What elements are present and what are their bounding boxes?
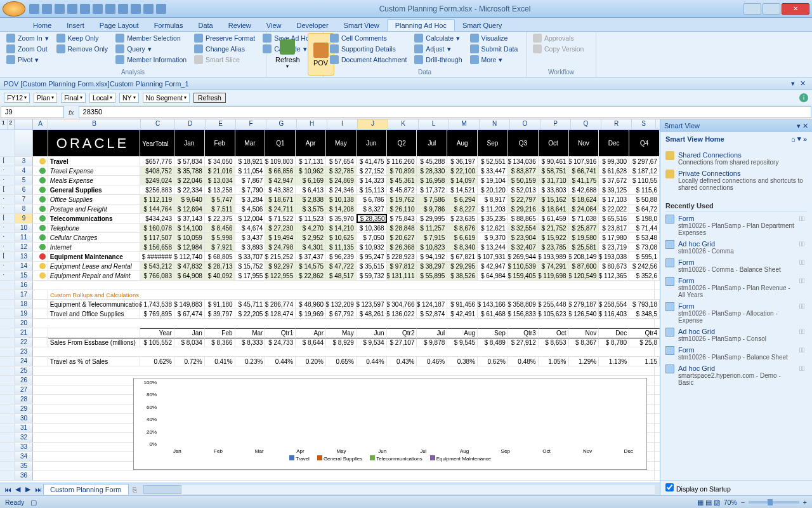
member-info-button[interactable]: Member Information: [113, 55, 189, 65]
data-cell[interactable]: $ 64,908: [174, 271, 205, 280]
data-cell[interactable]: $ 9,640: [174, 195, 205, 204]
close-button[interactable]: ✕: [782, 3, 809, 15]
data-cell[interactable]: $ 16,958: [417, 176, 447, 185]
horizontal-scrollbar[interactable]: [143, 485, 655, 494]
data-cell[interactable]: $ 116,260: [387, 157, 417, 166]
data-cell[interactable]: $ 42,491: [447, 309, 478, 318]
data-cell[interactable]: $ 42,947: [478, 262, 508, 271]
data-cell[interactable]: $ 132,209: [326, 300, 357, 309]
data-cell[interactable]: 0.23%: [235, 357, 266, 366]
data-cell[interactable]: $ 17,103: [599, 195, 629, 204]
row-number[interactable]: 9: [15, 214, 33, 223]
qat-icon[interactable]: [131, 4, 141, 14]
data-cell[interactable]: $ 358,809: [508, 300, 539, 309]
formula-input[interactable]: 28350: [79, 106, 811, 118]
data-cell[interactable]: $ 766,083: [140, 271, 174, 280]
row-number[interactable]: 8: [15, 204, 33, 213]
data-cell[interactable]: $ 15,162: [539, 195, 569, 204]
pov-selector[interactable]: No Segment ▾: [143, 93, 190, 103]
data-cell[interactable]: 1.29%: [569, 357, 599, 366]
data-cell[interactable]: $ 8,917: [478, 195, 508, 204]
pov-selector[interactable]: Plan ▾: [34, 93, 57, 103]
ribbon-tab[interactable]: Smart Query: [455, 20, 509, 31]
office-button[interactable]: [3, 1, 25, 17]
recent-item[interactable]: Formstm10026 - PlanSamp - Allocation - E…: [665, 300, 807, 326]
more-button[interactable]: More ▾: [468, 55, 521, 65]
data-cell[interactable]: $ 19,969: [296, 309, 326, 318]
data-cell[interactable]: $ 23,785: [539, 243, 569, 251]
data-cell[interactable]: $ 25,581: [569, 243, 599, 251]
data-cell[interactable]: $ 27,230: [265, 224, 296, 232]
data-cell[interactable]: $ 17,955: [235, 271, 266, 280]
column-header[interactable]: J: [358, 119, 388, 130]
row-number[interactable]: 23: [15, 347, 33, 356]
query-button[interactable]: Query ▾: [113, 44, 189, 54]
data-cell[interactable]: $ 8,653: [539, 338, 569, 347]
row-number[interactable]: 31: [15, 424, 33, 432]
data-cell[interactable]: $ 156,833: [508, 309, 539, 318]
qat-undo-icon[interactable]: [42, 4, 52, 14]
data-cell[interactable]: $ 7,790: [235, 185, 266, 194]
data-cell[interactable]: $ 352,6: [629, 271, 660, 280]
data-cell[interactable]: $ 28,330: [417, 166, 447, 175]
row-number[interactable]: 35: [15, 462, 33, 471]
pov-selector[interactable]: NY ▾: [119, 93, 139, 103]
shared-connections-link[interactable]: Shared ConnectionsConnections from share…: [665, 149, 807, 168]
qat-icon[interactable]: [105, 4, 115, 14]
column-header[interactable]: B: [48, 119, 141, 130]
pin-icon[interactable]: �ิ: [799, 346, 807, 354]
cell[interactable]: [33, 357, 48, 366]
data-cell[interactable]: $ 71,44: [629, 224, 660, 232]
data-cell[interactable]: $ 23,719: [599, 243, 629, 251]
data-cell[interactable]: $ 11,203: [478, 204, 508, 213]
tab-nav-next[interactable]: ▶: [23, 485, 33, 493]
data-cell[interactable]: $ 17,980: [599, 233, 629, 242]
qat-icon[interactable]: [80, 4, 90, 14]
data-cell[interactable]: $ 21,752: [539, 224, 569, 232]
zoom-out-button[interactable]: Zoom Out: [4, 44, 51, 54]
data-cell[interactable]: $ 95,247: [357, 252, 387, 261]
data-cell[interactable]: $ 48,960: [296, 300, 326, 309]
data-cell[interactable]: $ 38,526: [447, 271, 478, 280]
data-cell[interactable]: $ 37,143: [174, 214, 205, 223]
column-header[interactable]: N: [480, 119, 510, 130]
data-cell[interactable]: $ 29,995: [417, 214, 447, 223]
change-alias-button[interactable]: Change Alias: [192, 44, 258, 54]
cell[interactable]: [33, 290, 48, 299]
data-cell[interactable]: $ 14,097: [447, 176, 478, 185]
data-cell[interactable]: $ 8,333: [235, 338, 266, 347]
cell[interactable]: [33, 328, 48, 337]
ribbon-tab[interactable]: View: [259, 20, 289, 31]
data-cell[interactable]: $ 144,764: [140, 204, 174, 213]
recent-item[interactable]: Ad hoc Gridstm10026 - Comma�ิ: [665, 238, 807, 257]
data-cell[interactable]: $ 64,984: [478, 271, 508, 280]
data-cell[interactable]: $ 2,952: [296, 233, 326, 242]
name-box[interactable]: J9: [1, 106, 64, 118]
data-cell[interactable]: $ 71,038: [569, 214, 599, 223]
data-cell[interactable]: $ 57,834: [174, 157, 205, 166]
data-cell[interactable]: $408,752: [140, 166, 174, 175]
data-cell[interactable]: 0.62%: [140, 357, 174, 366]
sv-expand[interactable]: »: [803, 135, 807, 143]
data-cell[interactable]: $ 65,516: [599, 214, 629, 223]
row-number[interactable]: 25: [15, 366, 33, 375]
row-number[interactable]: 19: [15, 309, 33, 318]
maximize-button[interactable]: [763, 3, 780, 15]
remove-only-button[interactable]: Remove Only: [54, 44, 111, 54]
data-cell[interactable]: $ 66,741: [569, 166, 599, 175]
data-cell[interactable]: 1.15: [629, 357, 660, 366]
data-cell[interactable]: $ 10,625: [326, 233, 357, 242]
copy-version-button[interactable]: Copy Version: [530, 44, 586, 54]
zoom-in-btn[interactable]: +: [803, 498, 807, 506]
data-cell[interactable]: $ 8,456: [205, 224, 235, 232]
data-cell[interactable]: $ 160,078: [140, 224, 174, 232]
ribbon-tab[interactable]: Home: [25, 20, 59, 31]
row-number[interactable]: [15, 130, 33, 156]
column-header[interactable]: D: [175, 119, 206, 130]
ribbon-tab[interactable]: Insert: [59, 20, 92, 31]
column-header[interactable]: C: [141, 119, 175, 130]
data-cell[interactable]: $ 45,872: [387, 185, 417, 194]
data-cell[interactable]: $ 29,216: [508, 204, 539, 213]
data-cell[interactable]: $ 7,511: [205, 204, 235, 213]
data-cell[interactable]: $249,024: [140, 176, 174, 185]
